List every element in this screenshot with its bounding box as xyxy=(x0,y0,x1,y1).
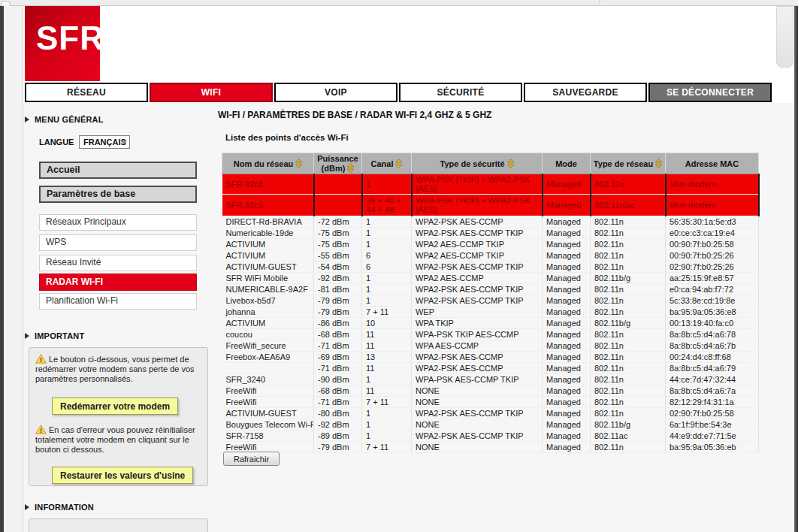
cell-name: Freebox-AEA6A9 xyxy=(222,352,314,363)
sidebar-item-parametres[interactable]: Paramètres de base xyxy=(39,186,197,203)
column-header-type-reseau[interactable]: Type de réseau xyxy=(591,153,666,174)
wifi-table-body: SFR-92c81WPA-PSK [TKIP] + WPA2-PSK [AES]… xyxy=(222,174,759,453)
language-value: FRANÇAIS xyxy=(83,138,126,147)
triangle-right-icon xyxy=(25,116,29,122)
cell-mac: 5c:33:8e:cd:19:8e xyxy=(666,295,759,307)
cell-security: WPA-PSK AES-CCMP TKIP xyxy=(412,374,543,385)
sidebar-item-reseaux-principaux[interactable]: Réseaux Principaux xyxy=(39,214,197,231)
cell-channel: 1 xyxy=(362,284,412,295)
cell-mode: Managed xyxy=(543,408,591,419)
cell-mac: aa:25:15:9f:e8:57 xyxy=(666,273,759,284)
restart-modem-button[interactable]: Redémarrer votre modem xyxy=(52,397,178,415)
cell-security: WPA2-PSK AES-CCMP TKIP xyxy=(412,284,543,295)
table-row: Bouygues Telecom Wi-Fi-92 dBm1NONEManage… xyxy=(222,419,759,431)
tab-securite[interactable]: SÉCURITÉ xyxy=(399,83,522,102)
cell-security: WPA2-PSK AES-CCMP TKIP xyxy=(412,431,543,442)
cell-channel: 1 xyxy=(362,239,412,250)
cell-mac: 8a:8b:c5:d4:a6:7b xyxy=(666,340,759,352)
cell-mode: Managed xyxy=(543,174,591,195)
cell-channel: 1 xyxy=(362,295,412,307)
cell-network_type: 802.11n xyxy=(591,408,666,419)
column-header-type-securite[interactable]: Type de sécurité xyxy=(412,153,543,174)
cell-mac: Mon modem xyxy=(666,195,759,216)
cell-channel: 7 + 11 xyxy=(362,307,412,318)
column-header-canal[interactable]: Canal xyxy=(362,153,412,174)
important-box: !Le bouton ci-dessous, vous permet de re… xyxy=(29,347,208,486)
cell-mac: 56:35:30:1a:5e:d3 xyxy=(666,216,759,228)
chevron-down-icon xyxy=(121,141,127,144)
cell-channel: 6 xyxy=(362,250,412,261)
table-row: FreeWifi-71 dBm7 + 11NONEManaged802.11n8… xyxy=(222,397,759,408)
cell-name: SFR WiFi Mobile xyxy=(222,273,314,284)
cell-channel: 11 xyxy=(362,340,412,352)
sidebar-item-accueil[interactable]: Accueil xyxy=(39,162,197,179)
table-row: SFR_3240-90 dBm1WPA-PSK AES-CCMP TKIPMan… xyxy=(222,374,759,385)
cell-network_type: 802.11n xyxy=(591,307,666,318)
cell-network_type: 802.11ac xyxy=(591,431,666,442)
scrollbar-thumb[interactable] xyxy=(776,6,793,68)
sidebar-item-radar-wifi[interactable]: RADAR WI-FI xyxy=(39,274,197,291)
table-header-row: Nom du réseau Puissance (dBm) Canal Type… xyxy=(222,153,759,174)
cell-channel: 6 xyxy=(362,261,412,273)
cell-name xyxy=(222,363,314,374)
cell-mac: 82:12:29:f4:31:1a xyxy=(666,397,759,408)
language-select[interactable]: FRANÇAIS xyxy=(79,135,130,149)
sort-icon xyxy=(347,163,354,173)
refresh-button[interactable]: Rafraichir xyxy=(223,452,280,466)
cell-power: -69 dBm xyxy=(314,352,362,363)
table-row: -71 dBm11WPA2-PSK AES-CCMPManaged802.11n… xyxy=(222,363,759,374)
cell-security: WPA2 AES-CCMP xyxy=(412,273,543,284)
tab-sauvegarde[interactable]: SAUVEGARDE xyxy=(524,83,647,102)
tab-se-deconnecter[interactable]: SE DÉCONNECTER xyxy=(648,83,772,102)
cell-power: -81 dBm xyxy=(314,284,362,295)
column-header-nom-du-reseau[interactable]: Nom du réseau xyxy=(222,153,314,174)
cell-channel: 7 + 11 xyxy=(362,397,412,408)
cell-channel: 1 xyxy=(362,228,412,239)
tab-wifi[interactable]: WIFI xyxy=(150,83,273,102)
cell-power: -68 dBm xyxy=(314,329,362,340)
cell-power: -71 dBm xyxy=(314,397,362,408)
breadcrumb: WI-FI / PARAMÈTRES DE BASE / RADAR WI-FI… xyxy=(218,110,491,120)
table-row: SFR-92c836 + 40 + 44 + 48WPA-PSK [TKIP] … xyxy=(222,195,759,216)
cell-network_type: 802.11n xyxy=(591,284,666,295)
cell-channel: 36 + 40 + 44 + 48 xyxy=(362,195,412,216)
table-row: SFR-7158-89 dBm1WPA2-PSK AES-CCMP TKIPMa… xyxy=(222,431,759,442)
cell-power: -75 dBm xyxy=(314,228,362,239)
cell-mode: Managed xyxy=(543,340,591,352)
cell-name: Numericable-19de xyxy=(222,228,314,239)
cell-security: NONE xyxy=(412,397,543,408)
triangle-right-icon xyxy=(25,504,29,510)
sort-icon xyxy=(655,159,662,168)
cell-security: WPA2-PSK AES-CCMP xyxy=(412,363,543,374)
cell-security: WPA-PSK [TKIP] + WPA2-PSK [AES] xyxy=(412,174,543,195)
table-row: SFR-92c81WPA-PSK [TKIP] + WPA2-PSK [AES]… xyxy=(222,174,759,195)
cell-power: -89 dBm xyxy=(314,431,362,442)
cell-name: Bouygues Telecom Wi-Fi xyxy=(222,419,314,431)
cell-mode: Managed xyxy=(543,261,591,273)
tab-voip[interactable]: VOIP xyxy=(274,83,397,102)
table-row: Numericable-19de-75 dBm1WPA2-PSK AES-CCM… xyxy=(222,228,759,239)
browser-tab-divider xyxy=(599,0,600,6)
cell-power xyxy=(314,174,362,195)
cell-name: NUMERICABLE-9A2F xyxy=(222,284,314,295)
tab-reseau[interactable]: RÉSEAU xyxy=(25,83,148,102)
cell-name: FreeWifi_secure xyxy=(222,340,314,352)
cell-power: -75 dBm xyxy=(314,239,362,250)
column-header-adresse-mac: Adresse MAC xyxy=(666,153,759,174)
cell-name: SFR_3240 xyxy=(222,374,314,385)
sidebar-item-planification[interactable]: Planification Wi-Fi xyxy=(39,293,197,310)
sort-icon xyxy=(295,159,302,168)
cell-name: ACTIVIUM xyxy=(222,250,314,261)
cell-network_type: 802.11n xyxy=(591,250,666,261)
cell-mac: Mon modem xyxy=(666,174,759,195)
cell-mac: 6a:1f:9f:be:54:3e xyxy=(666,419,759,431)
cell-security: WPA2-PSK AES-CCMP TKIP xyxy=(412,261,543,273)
sidebar-item-wps[interactable]: WPS xyxy=(39,234,197,251)
cell-channel: 7 + 11 xyxy=(362,442,412,453)
cell-network_type: 802.11n xyxy=(591,239,666,250)
cell-channel: 1 xyxy=(362,374,412,385)
table-row: DIRECT-Rd-BRAVIA-72 dBm1WPA2-PSK AES-CCM… xyxy=(222,216,759,228)
sidebar-item-reseau-invite[interactable]: Réseau Invité xyxy=(39,255,197,271)
restore-defaults-button[interactable]: Restaurer les valeurs d'usine xyxy=(52,467,193,484)
column-header-puissance[interactable]: Puissance (dBm) xyxy=(314,153,362,174)
